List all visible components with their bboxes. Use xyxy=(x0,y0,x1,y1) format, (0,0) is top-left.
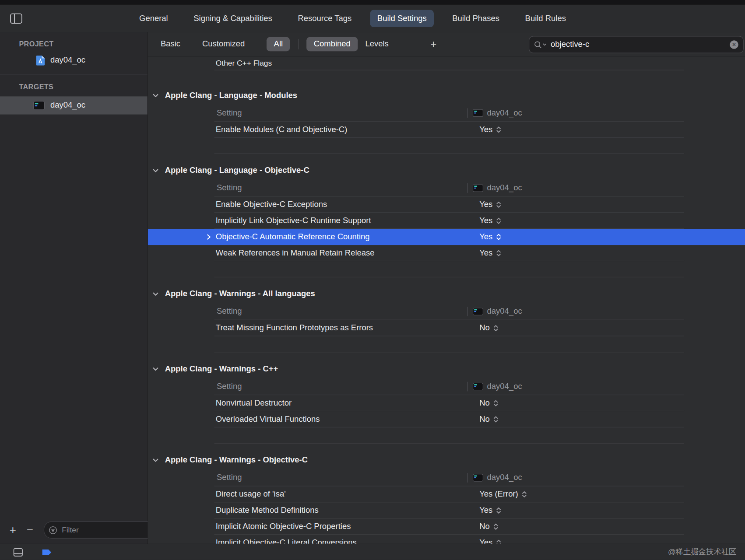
group-header[interactable]: Apple Clang - Language - Objective-C xyxy=(148,161,745,179)
setting-value-control[interactable]: Yes xyxy=(479,506,501,515)
sidebar-item-target[interactable]: day04_oc xyxy=(0,96,147,114)
target-item-label: day04_oc xyxy=(50,101,85,110)
toolbar-tab-resource-tags[interactable]: Resource Tags xyxy=(291,10,358,27)
setting-name: Enable Modules (C and Objective-C) xyxy=(216,125,348,134)
setting-row-implicit-atomic-objective-c-properties[interactable]: Implicit Atomic Objective-C Properties N… xyxy=(148,518,745,535)
editor-pane-icon[interactable] xyxy=(13,548,23,556)
setting-row-partial[interactable]: Other C++ Flags xyxy=(148,56,745,70)
settings-group-apple-clang-warnings-c: Apple Clang - Warnings - C++ Setting day… xyxy=(148,360,745,451)
setting-value-control[interactable]: Yes xyxy=(479,125,501,134)
search-field[interactable]: ✕ xyxy=(529,36,744,53)
scope-all[interactable]: All xyxy=(267,37,290,52)
xcode-window: GeneralSigning & CapabilitiesResource Ta… xyxy=(0,0,745,560)
chevron-down-icon xyxy=(152,367,158,371)
group-header[interactable]: Apple Clang - Warnings - All languages xyxy=(148,285,745,303)
setting-row-overloaded-virtual-functions[interactable]: Overloaded Virtual Functions No xyxy=(148,411,745,427)
toolbar-tab-general[interactable]: General xyxy=(132,10,175,27)
toolbar: GeneralSigning & CapabilitiesResource Ta… xyxy=(0,5,745,33)
setting-value: No xyxy=(479,323,490,333)
chevron-down-icon xyxy=(152,292,158,296)
group-end-separator xyxy=(148,138,745,154)
stepper-icon xyxy=(496,507,501,514)
scope-combined[interactable]: Combined xyxy=(306,37,358,52)
setting-row-direct-usage-of-isa[interactable]: Direct usage of 'isa' Yes (Error) xyxy=(148,486,745,503)
group-spacing xyxy=(148,352,745,360)
stepper-icon xyxy=(493,324,498,332)
setting-row-objective-c-automatic-reference-counting[interactable]: Objective-C Automatic Reference Counting… xyxy=(148,229,745,245)
toolbar-tab-build-rules[interactable]: Build Rules xyxy=(518,10,573,27)
target-column-icon xyxy=(473,383,483,390)
group-spacing xyxy=(148,277,745,285)
setting-row-nonvirtual-destructor[interactable]: Nonvirtual Destructor No xyxy=(148,395,745,411)
setting-value-control[interactable]: No xyxy=(479,323,498,333)
group-end-separator xyxy=(148,427,745,444)
group-title: Apple Clang - Warnings - Objective-C xyxy=(165,455,308,465)
add-button[interactable]: + xyxy=(10,524,16,536)
setting-row-enable-modules-c-and-objective-c[interactable]: Enable Modules (C and Objective-C) Yes xyxy=(148,122,745,138)
settings-group-apple-clang-warnings-objective-c: Apple Clang - Warnings - Objective-C Set… xyxy=(148,451,745,544)
setting-value-control[interactable]: Yes xyxy=(479,200,501,210)
column-header-target: day04_oc xyxy=(487,307,522,316)
group-rows: Treat Missing Function Prototypes as Err… xyxy=(148,320,745,336)
group-rows: Enable Objective-C Exceptions Yes Implic… xyxy=(148,196,745,261)
chevron-down-icon xyxy=(152,168,158,173)
stepper-icon xyxy=(493,399,498,407)
group-header[interactable]: Apple Clang - Warnings - Objective-C xyxy=(148,451,745,469)
setting-name: Objective-C Automatic Reference Counting xyxy=(216,232,370,242)
stepper-icon xyxy=(496,249,501,257)
setting-row-implicit-objective-c-literal-conversions[interactable]: Implicit Objective-C Literal Conversions… xyxy=(148,535,745,544)
setting-row-enable-objective-c-exceptions[interactable]: Enable Objective-C Exceptions Yes xyxy=(148,196,745,213)
setting-name: Implicitly Link Objective-C Runtime Supp… xyxy=(216,216,371,226)
bottom-bar: @稀土掘金技术社区 xyxy=(0,544,745,560)
setting-row-weak-references-in-manual-retain-release[interactable]: Weak References in Manual Retain Release… xyxy=(148,245,745,261)
group-header[interactable]: Apple Clang - Language - Modules xyxy=(148,87,745,105)
settings-group-apple-clang-language-modules: Apple Clang - Language - Modules Setting… xyxy=(148,87,745,162)
toolbar-tab-signing-capabilities[interactable]: Signing & Capabilities xyxy=(186,10,279,27)
setting-row-implicitly-link-objective-c-runtime-support[interactable]: Implicitly Link Objective-C Runtime Supp… xyxy=(148,213,745,229)
setting-value-control[interactable]: Yes xyxy=(479,232,501,242)
column-divider xyxy=(467,382,467,392)
sidebar-toggle-icon[interactable] xyxy=(10,13,23,24)
chevron-down-icon xyxy=(152,458,158,462)
column-divider xyxy=(467,307,467,316)
add-setting-button[interactable]: + xyxy=(430,38,436,50)
scope-basic[interactable]: Basic xyxy=(161,39,180,49)
breakpoint-flag-icon[interactable] xyxy=(42,548,53,556)
column-header-target: day04_oc xyxy=(487,382,522,392)
group-end-separator xyxy=(148,261,745,277)
filter-icon xyxy=(49,526,57,534)
setting-value-control[interactable]: Yes xyxy=(479,538,501,544)
setting-value-control[interactable]: No xyxy=(479,399,498,408)
setting-name: Direct usage of 'isa' xyxy=(216,490,286,499)
list-gap xyxy=(148,70,745,87)
stepper-icon xyxy=(496,126,501,133)
setting-value-control[interactable]: Yes xyxy=(479,248,501,258)
remove-button[interactable]: − xyxy=(27,524,33,536)
filter-input[interactable] xyxy=(61,525,161,535)
setting-value-control[interactable]: No xyxy=(479,415,498,424)
toolbar-tab-build-phases[interactable]: Build Phases xyxy=(445,10,506,27)
search-input[interactable] xyxy=(550,39,730,50)
project-file-icon xyxy=(36,55,45,65)
setting-value: Yes (Error) xyxy=(479,490,518,499)
scope-customized[interactable]: Customized xyxy=(202,39,245,49)
scope-levels[interactable]: Levels xyxy=(365,39,388,49)
group-header[interactable]: Apple Clang - Warnings - C++ xyxy=(148,360,745,378)
target-app-icon xyxy=(33,101,45,110)
target-column-icon xyxy=(473,474,483,481)
clear-search-icon[interactable]: ✕ xyxy=(730,40,738,49)
sidebar-divider xyxy=(0,74,147,75)
stepper-icon xyxy=(496,217,501,224)
setting-row-duplicate-method-definitions[interactable]: Duplicate Method Definitions Yes xyxy=(148,502,745,518)
project-item-label: day04_oc xyxy=(50,56,85,65)
setting-value-control[interactable]: No xyxy=(479,522,498,532)
toolbar-tab-build-settings[interactable]: Build Settings xyxy=(370,10,434,27)
setting-name: Nonvirtual Destructor xyxy=(216,399,292,408)
setting-name: Other C++ Flags xyxy=(216,59,272,68)
setting-row-treat-missing-function-prototypes-as-errors[interactable]: Treat Missing Function Prototypes as Err… xyxy=(148,320,745,336)
sidebar-item-project[interactable]: day04_oc xyxy=(0,51,147,70)
setting-value-control[interactable]: Yes (Error) xyxy=(479,490,527,499)
setting-value: Yes xyxy=(479,248,492,258)
setting-value-control[interactable]: Yes xyxy=(479,216,501,226)
column-header-target: day04_oc xyxy=(487,108,522,118)
